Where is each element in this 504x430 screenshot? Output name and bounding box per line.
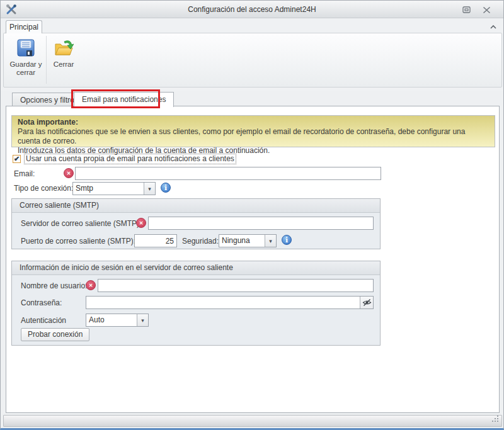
authentication-select[interactable]: Auto ▾	[86, 314, 149, 327]
error-x-glyph: ✕	[89, 283, 93, 288]
smtp-port-input[interactable]	[134, 234, 177, 247]
open-folder-arrow-icon	[54, 38, 74, 58]
tab-email-para-notificaciones[interactable]: Email para notificaciones	[74, 92, 174, 107]
security-value: Ninguna	[222, 235, 264, 247]
info-icon: i	[161, 183, 171, 193]
password-label: Contraseña:	[21, 298, 62, 307]
save-and-close-label: Guardar y cerrar	[7, 59, 45, 77]
email-input[interactable]	[75, 167, 381, 180]
status-bar	[3, 415, 502, 427]
ribbon-panel: Guardar y cerrar Ce	[3, 33, 502, 88]
authentication-value: Auto	[89, 314, 136, 326]
info-icon: i	[282, 235, 292, 245]
close-label: Cerrar	[49, 59, 79, 69]
chevron-down-icon[interactable]: ▾	[265, 235, 276, 247]
title-bar: Configuración del acceso Adminet24H	[1, 1, 503, 18]
ribbon-tab-principal[interactable]: Principal	[6, 20, 42, 33]
dialog-window: Configuración del acceso Adminet24H Prin…	[0, 0, 504, 430]
connection-type-label: Tipo de conexión:	[14, 184, 73, 193]
info-i-glyph: i	[285, 236, 288, 244]
email-label: Email:	[14, 169, 35, 178]
window-title: Configuración del acceso Adminet24H	[1, 1, 503, 18]
chevron-down-icon[interactable]: ▾	[137, 314, 148, 326]
use-own-account-row: ✔ Usar una cuenta propia de email para n…	[13, 154, 236, 164]
authentication-label: Autenticación	[21, 316, 66, 325]
smtp-port-label: Puerto de correo saliente (SMTP):	[21, 237, 135, 246]
ribbon-separator	[46, 36, 47, 84]
security-select[interactable]: Ninguna ▾	[219, 234, 277, 247]
password-field	[86, 296, 374, 309]
restore-window-icon[interactable]	[461, 5, 472, 14]
error-icon: ✕	[136, 218, 146, 228]
password-input[interactable]	[86, 296, 374, 309]
important-note: Nota importante: Para las notificaciones…	[11, 115, 495, 147]
connection-type-select[interactable]: Smtp ▾	[72, 182, 156, 195]
save-floppy-icon	[16, 38, 36, 58]
chevron-up-icon[interactable]	[488, 22, 498, 31]
login-group: Información de inicio de sesión en el se…	[11, 261, 381, 346]
error-x-glyph: ✕	[139, 220, 144, 226]
email-notifications-page: Nota importante: Para las notificaciones…	[6, 106, 500, 413]
smtp-server-input[interactable]	[148, 217, 374, 230]
resize-grip[interactable]	[491, 415, 500, 425]
close-button[interactable]: Cerrar	[48, 35, 79, 86]
close-window-icon[interactable]	[481, 5, 492, 14]
error-icon: ✕	[86, 280, 96, 290]
ribbon: Principal	[1, 18, 503, 91]
use-own-account-checkbox[interactable]: ✔	[13, 155, 21, 163]
save-and-close-button[interactable]: Guardar y cerrar	[6, 35, 45, 86]
login-group-title: Información de inicio de sesión en el se…	[12, 261, 380, 275]
chevron-down-icon[interactable]: ▾	[144, 183, 155, 195]
smtp-group-title: Correo saliente (SMTP)	[12, 199, 380, 213]
smtp-server-label: Servidor de correo saliente (SMTP):	[21, 219, 141, 228]
note-line-1: Para las notificaciones que se le envien…	[18, 127, 489, 146]
error-x-glyph: ✕	[67, 171, 71, 176]
use-own-account-label[interactable]: Usar una cuenta propia de email para not…	[24, 154, 236, 164]
security-label: Seguridad:	[182, 237, 219, 246]
error-icon: ✕	[64, 168, 74, 178]
test-connection-button[interactable]: Probar conexión	[21, 328, 89, 341]
username-label: Nombre de usuario:	[21, 281, 87, 290]
connection-type-value: Smtp	[76, 183, 143, 195]
eye-slash-icon[interactable]	[360, 297, 373, 308]
info-i-glyph: i	[164, 184, 167, 192]
note-title: Nota importante:	[18, 118, 489, 127]
username-input[interactable]	[98, 279, 374, 292]
smtp-group: Correo saliente (SMTP) Servidor de corre…	[11, 198, 381, 249]
